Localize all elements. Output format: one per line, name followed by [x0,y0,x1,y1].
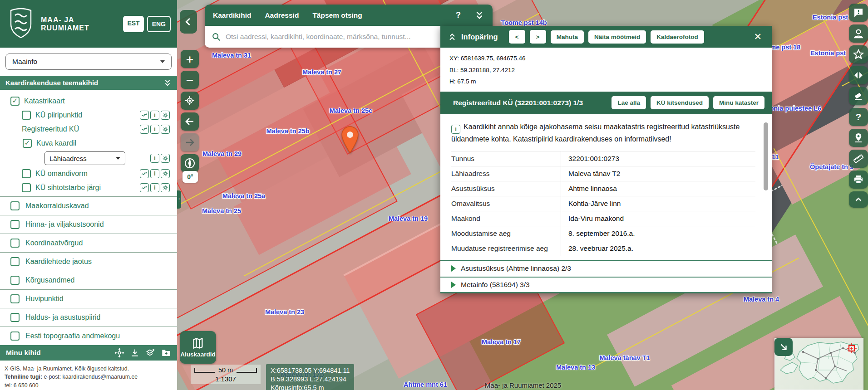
minimap-expand-button[interactable] [774,338,793,356]
printer-icon [853,174,864,185]
ku-sihtotstarbe-checkbox[interactable] [22,183,31,192]
basemap-button[interactable]: Aluskaardid [180,331,216,364]
collapse-search-icon[interactable] [474,10,484,20]
layer-checkbox[interactable] [10,313,20,322]
rotation-reset-button[interactable]: 0° [182,171,198,183]
info-icon[interactable]: i [150,111,159,120]
zoom-out-button[interactable]: − [181,71,199,89]
katastrikaart-checkbox[interactable]: ✓ [10,97,20,106]
add-folder-icon[interactable] [161,348,171,358]
feedback-button[interactable] [849,4,868,22]
collapse-panel-icon[interactable] [448,32,457,41]
layer-row-korgusandmed[interactable]: Kõrgusandmed [0,271,177,289]
eraser-button[interactable] [849,87,868,105]
layer-row-eesti-topograafia[interactable]: Eesti topograafia andmekogu [0,327,177,345]
info-icon[interactable]: i [150,169,159,178]
layer-checkbox[interactable] [10,276,20,285]
panel-scrollbar[interactable] [764,121,768,251]
search-icon [211,32,221,42]
layer-checkbox[interactable] [10,257,20,266]
gear-icon[interactable] [161,111,170,120]
gear-icon[interactable] [161,125,170,134]
layer-row-haldus-asustuspiirid[interactable]: Haldus- ja asustuspiirid [0,308,177,327]
layer-row-kaardilehtede-jaotus[interactable]: Kaardilehtede jaotus [0,252,177,271]
layer-label: Hinna- ja viljakustsoonid [25,220,104,229]
measure-button[interactable] [849,150,868,168]
themes-section-bar: Kaardirakenduse teemakihid [0,76,177,90]
fit-button[interactable]: Mahuta [551,30,584,44]
show-measurements-button[interactable]: Näita mõõtmeid [588,30,646,44]
layer-checkbox[interactable] [10,220,20,229]
help-icon[interactable]: ? [456,10,461,20]
scrollbar-thumb[interactable] [764,122,768,190]
tab-tapsem-otsing[interactable]: Täpsem otsing [312,11,362,20]
info-icon[interactable]: i [150,125,159,134]
download-button[interactable]: Lae alla [612,96,646,109]
panel-drag-handle[interactable]: ⋮ [177,190,181,209]
mode-select[interactable]: Maainfo [5,54,172,70]
gear-icon[interactable] [161,154,170,163]
ku-restrictions-button[interactable]: KÜ kitsendused [651,96,709,109]
close-icon[interactable]: ✕ [751,31,764,42]
ku-piiripunktid-checkbox[interactable] [22,111,31,120]
scale-ratio: 1:1307 [194,375,257,383]
tree-row-kuva-kaardil: ✓ Kuva kaardil [0,136,177,150]
chevron-down-icon [160,60,165,63]
layer-label: Maakorralduskavad [25,202,89,210]
pan-move-icon[interactable] [114,348,124,358]
tab-aadressid[interactable]: Aadressid [265,11,299,20]
address-type-value: Lähiaadress [49,155,87,162]
my-cadastre-button[interactable]: Minu kataster [713,96,764,109]
layer-row-hinna-viljakustsoonid[interactable]: Hinna- ja viljakustsoonid [0,215,177,234]
compass-button[interactable] [181,154,199,172]
oblique-photos-button[interactable]: Kaldaerofotod [651,30,704,44]
history-back-button[interactable] [181,112,199,131]
accordion-asustusuksus[interactable]: Asustusüksus (Ahtme linnaosa) 2/3 [440,260,772,277]
layer-checkbox[interactable] [10,201,20,210]
style-icon[interactable] [140,183,149,192]
lang-est-button[interactable]: EST [123,16,143,32]
prev-result-button[interactable]: < [509,30,525,44]
layer-row-huvipunktid[interactable]: Huvipunktid [0,289,177,308]
info-icon[interactable]: i [150,154,159,163]
layer-row-koordinaatvorgud[interactable]: Koordinaatvõrgud [0,234,177,252]
chevron-right-icon [451,282,456,288]
zoom-in-button[interactable]: + [181,50,199,68]
collapse-all-icon[interactable] [163,79,172,87]
tab-kaardikihid[interactable]: Kaardikihid [213,11,251,20]
location-button[interactable] [849,129,868,147]
print-button[interactable] [849,171,868,189]
download-icon[interactable] [130,348,139,357]
style-icon[interactable] [140,125,149,134]
star-icon [853,49,864,60]
footer-phone: tel: 6 650 600 [5,381,173,390]
gear-icon[interactable] [161,183,170,192]
style-icon[interactable] [140,169,149,178]
add-layer-icon[interactable] [145,348,155,358]
history-forward-button[interactable] [181,133,199,151]
locate-button[interactable] [181,92,199,110]
lang-eng-button[interactable]: ENG [147,16,171,32]
user-button[interactable] [849,24,868,43]
map-canvas[interactable]: Maleva tn 31 Maleva tn 27 Maleva tn 25c … [177,0,868,390]
layer-checkbox[interactable] [10,239,20,248]
collapse-sidebar-button[interactable] [180,10,197,34]
collapse-toolbar-button[interactable] [849,191,868,208]
favorites-button[interactable] [849,45,868,63]
ku-omandivorm-checkbox[interactable] [22,169,31,178]
status-bl: B:59.328993 L:27.424194 [271,375,350,384]
coord-bl: BL: 59.328188, 27.4212 [449,64,763,76]
style-icon[interactable] [140,111,149,120]
help-button[interactable]: ? [849,108,868,126]
layer-checkbox[interactable] [10,332,20,341]
info-icon[interactable]: i [150,183,159,192]
kuva-kaardil-checkbox[interactable]: ✓ [23,139,32,148]
address-type-select[interactable]: Lähiaadress [44,151,125,165]
swipe-compare-button[interactable] [849,66,868,84]
gear-icon[interactable] [161,169,170,178]
layer-description: iKaardikiht annab kõige ajakohasema seis… [451,122,755,145]
accordion-metainfo[interactable]: Metainfo (581694) 3/3 [440,277,772,293]
next-result-button[interactable]: > [530,30,546,44]
layer-row-maakorralduskavad[interactable]: Maakorralduskavad [0,196,177,215]
layer-checkbox[interactable] [10,294,20,303]
